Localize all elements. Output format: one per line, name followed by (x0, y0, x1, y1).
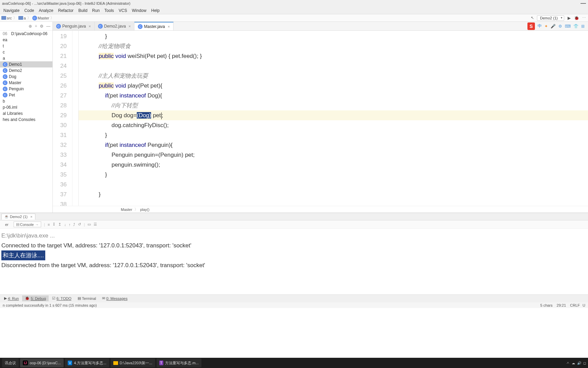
ime-settings-icon[interactable]: ⚙ (558, 24, 562, 29)
ime-skin-icon[interactable]: 👕 (573, 24, 578, 29)
close-icon[interactable]: × (168, 25, 170, 29)
system-tray[interactable]: ㅅ ☁ 🔊 ◻ (566, 361, 586, 365)
ime-lang[interactable]: 中 (538, 23, 542, 29)
tray-item-icon[interactable]: ☁ (572, 361, 575, 365)
minimize-button[interactable]: — (581, 0, 586, 6)
gear-icon[interactable]: ⚙ (40, 24, 44, 29)
menu-vcs[interactable]: VCS (117, 7, 129, 14)
more-icon[interactable]: ⋯ (581, 15, 587, 21)
tree-item-penguin[interactable]: CPenguin (0, 86, 52, 92)
tree-item-master[interactable]: CMaster (0, 80, 52, 86)
step-into-icon[interactable]: ↧ (52, 222, 55, 227)
menu-run[interactable]: Run (90, 7, 102, 14)
code-content[interactable]: } //给宠物喂食 public void weiShi(Pet pet) { … (79, 31, 588, 206)
breadcrumb-master[interactable]: Master (38, 16, 49, 20)
menu-code[interactable]: Code (22, 7, 36, 14)
close-icon[interactable]: × (88, 24, 91, 28)
class-icon: C (3, 80, 7, 85)
ime-tool-icon[interactable]: ✦ (544, 24, 548, 29)
sogou-icon[interactable]: S (527, 22, 535, 30)
run-tab[interactable]: ▶ 4: Run (1, 295, 21, 301)
taskbar-vs[interactable]: V4.方法重写与多态... (65, 358, 109, 367)
terminal-tab[interactable]: ▤ Terminal (75, 295, 99, 301)
project-root[interactable]: 06 D:\javaCode\oop-06 (0, 31, 52, 37)
settings-icon[interactable]: ☰ (94, 222, 97, 227)
tab-master[interactable]: CMaster.java× (134, 22, 174, 30)
tray-square-icon[interactable]: ◻ (583, 361, 586, 365)
run-icon[interactable]: ▶ (566, 15, 572, 21)
tree-item[interactable]: b (0, 98, 52, 104)
console-icon: ▤ (16, 222, 19, 227)
step-over-icon[interactable]: ≡ (48, 223, 50, 227)
breadcrumb: src 〉 a 〉 C Master 〉 (1, 15, 55, 20)
tree-item-libraries[interactable]: al Libraries (0, 110, 52, 117)
status-message: n completed successfully in 1 s 607 ms (… (3, 303, 97, 307)
debug-tab[interactable]: 🐞 5: Debug (22, 295, 49, 301)
tray-volume-icon[interactable]: 🔊 (577, 361, 581, 365)
tree-item-consoles[interactable]: hes and Consoles (0, 117, 52, 123)
debugger-tab-button[interactable]: er (3, 222, 11, 227)
menu-navigate[interactable]: Navigate (1, 7, 21, 14)
tree-item[interactable]: t (0, 43, 52, 49)
console-output[interactable]: E:\jdk\bin\java.exe ... Connected to the… (0, 229, 588, 294)
taskbar-meeting[interactable]: 讯会议 (2, 358, 19, 367)
ime-grid-icon[interactable]: ⊞ (581, 24, 585, 29)
menu-build[interactable]: Build (76, 7, 89, 14)
menu-help[interactable]: Help (149, 7, 162, 14)
editor-body[interactable]: 192021242526272829303132333435363738 } /… (53, 31, 588, 206)
wrap-icon[interactable]: ↺ (78, 222, 81, 227)
tree-item[interactable]: ea (0, 37, 52, 43)
menu-bar: Navigate Code Analyze Refactor Build Run… (0, 7, 588, 14)
folder-icon (1, 16, 6, 20)
debug-icon[interactable]: 🐞 (574, 15, 579, 21)
editor-tabs: CPenguin.java× CDemo2.java× CMaster.java… (53, 22, 588, 31)
debug-session-tab[interactable]: ☕ Demo2 (1) × (1, 214, 35, 220)
status-bar: n completed successfully in 1 s 607 ms (… (0, 302, 588, 308)
ime-mic-icon[interactable]: 🎤 (551, 24, 556, 29)
resume-icon[interactable]: ↓ (64, 223, 66, 227)
status-line-sep[interactable]: CRLF (570, 303, 580, 307)
tab-penguin[interactable]: CPenguin.java× (53, 22, 95, 30)
status-encoding[interactable]: U (583, 303, 585, 307)
class-icon: C (98, 24, 103, 29)
messages-tab[interactable]: ✉ 0: Messages (99, 295, 130, 301)
tray-chevron-icon[interactable]: ㅅ (566, 361, 570, 365)
filter-icon[interactable]: ⤴ (73, 223, 75, 227)
breadcrumb-method[interactable]: play() (140, 208, 150, 212)
breadcrumb-src[interactable]: src (7, 16, 12, 20)
menu-analyze[interactable]: Analyze (37, 7, 55, 14)
menu-refactor[interactable]: Refactor (56, 7, 76, 14)
ime-keyboard-icon[interactable]: ⌨ (565, 24, 571, 29)
collapse-icon[interactable]: ÷ (35, 24, 37, 29)
breadcrumb-a[interactable]: a (24, 16, 26, 20)
tree-item-iml[interactable]: p-06.iml (0, 104, 52, 110)
todo-tab[interactable]: ☑ 6: TODO (49, 295, 74, 301)
breadcrumb-class[interactable]: Master (121, 208, 132, 212)
back-icon[interactable]: ↖ (529, 15, 535, 21)
pause-icon[interactable]: ↑ (69, 223, 71, 227)
tree-item[interactable]: a (0, 55, 52, 61)
close-icon[interactable]: × (30, 215, 32, 219)
tree-item[interactable]: c (0, 49, 52, 55)
close-icon[interactable]: × (129, 24, 131, 28)
project-tree[interactable]: ⊕ ÷ ⚙ — 06 D:\javaCode\oop-06 ea t c a C… (0, 22, 53, 213)
tree-item-demo1[interactable]: CDemo1 (0, 61, 52, 67)
taskbar-doc[interactable]: T方法重写与多态.m... (157, 358, 201, 367)
console-tab-button[interactable]: ▤Console→ (14, 221, 41, 227)
tree-item-demo2[interactable]: CDemo2 (0, 67, 52, 74)
taskbar-intellij[interactable]: IJoop-06 [D:\javaC... (20, 358, 64, 367)
menu-tools[interactable]: Tools (102, 7, 116, 14)
run-config-dropdown[interactable]: Demo2 (1) (537, 15, 564, 21)
layout-icon[interactable]: ▭ (87, 222, 91, 227)
target-icon[interactable]: ⊕ (29, 24, 32, 29)
taskbar-explorer[interactable]: D:\Java2203\第一... (111, 358, 155, 367)
hide-icon[interactable]: — (46, 24, 50, 29)
windows-taskbar[interactable]: 讯会议 IJoop-06 [D:\javaC... V4.方法重写与多态... … (0, 358, 588, 368)
status-chars: 5 chars (540, 303, 553, 307)
tree-item-pet[interactable]: CPet (0, 92, 52, 98)
tree-item-dog[interactable]: CDog (0, 74, 52, 80)
class-icon: C (3, 87, 7, 91)
tab-demo2[interactable]: CDemo2.java× (95, 22, 134, 30)
menu-window[interactable]: Window (130, 7, 149, 14)
step-out-icon[interactable]: ↥ (58, 222, 61, 227)
